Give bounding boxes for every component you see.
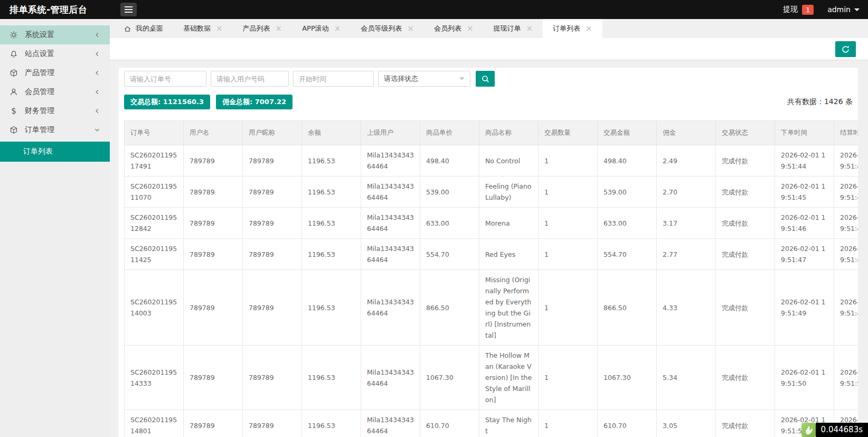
table-cell: 1196.53	[302, 239, 361, 270]
status-select-value: 请选择状态	[384, 74, 418, 83]
withdraw-link[interactable]: 提现	[783, 5, 798, 14]
dollar-icon: $	[10, 107, 18, 115]
table-cell: SC26020119511425	[125, 239, 184, 270]
start-time-input[interactable]	[293, 71, 374, 87]
sidebar-item-member-management[interactable]: 会员管理	[0, 82, 110, 101]
sidebar-item-product-management[interactable]: 产品管理	[0, 63, 110, 82]
close-icon[interactable]: ×	[216, 25, 223, 33]
table-header-cell: 交易金额	[598, 121, 657, 145]
commission-total-chip: 佣金总额: 7007.22	[216, 95, 293, 109]
table-cell: 554.70	[420, 239, 479, 270]
search-button[interactable]	[476, 71, 495, 87]
tab-label: 产品列表	[243, 24, 270, 33]
home-icon	[124, 25, 131, 33]
close-icon[interactable]: ×	[526, 25, 533, 33]
table-cell: 1196.53	[302, 208, 361, 239]
table-cell: Mila1343434364464	[361, 176, 420, 208]
table-row: SC260201195148017897897897891196.53Mila1…	[125, 410, 858, 437]
table-cell: 789789	[184, 176, 243, 208]
user-no-input[interactable]	[211, 71, 289, 87]
table-cell: 1	[539, 176, 598, 208]
summary-row: 交易总额: 1121560.3 佣金总额: 7007.22 共有数据：1426 …	[124, 95, 858, 109]
table-cell: 789789	[243, 208, 302, 239]
close-icon[interactable]: ×	[586, 25, 592, 33]
tab-order-list[interactable]: 订单列表×	[543, 19, 602, 38]
table-cell: SC26020119514003	[125, 270, 184, 346]
table-header-cell: 商品单价	[420, 121, 479, 145]
bell-icon	[10, 50, 18, 58]
thinkphp-trace: 0.044683s	[801, 423, 868, 437]
table-cell: 789789	[243, 145, 302, 176]
table-cell: 2026-02-01 19:51:46	[775, 208, 834, 239]
table-cell: 1196.53	[302, 410, 361, 437]
tab-label: 会员等级列表	[361, 24, 402, 33]
admin-username: admin	[827, 5, 851, 14]
table-header-row: 订单号用户名用户昵称余额上级用户商品单价商品名称交易数量交易金额佣金交易状态下单…	[125, 121, 858, 145]
close-icon[interactable]: ×	[276, 25, 282, 33]
admin-page: 排单系统-管理后台 提现 1 admin 系统设置站点设置产品管理会员管理$财务…	[0, 0, 868, 437]
table-cell: 610.70	[420, 410, 479, 437]
chevron-left-icon	[93, 88, 101, 96]
table-cell: SC26020119512842	[125, 208, 184, 239]
table-header-cell: 佣金	[657, 121, 716, 145]
table-cell: 2026-02-01 19:51:47	[775, 239, 834, 270]
table-row: SC260201195143337897897897891196.53Mila1…	[125, 346, 858, 410]
table-header-cell: 用户名	[184, 121, 243, 145]
chevron-left-icon	[93, 107, 101, 115]
table-cell: 789789	[243, 410, 302, 437]
table-cell: 2026-02-01 19:51:49	[834, 270, 858, 346]
close-icon[interactable]: ×	[407, 25, 414, 33]
table-cell: 1196.53	[302, 270, 361, 346]
table-cell: 789789	[184, 270, 243, 346]
order-no-input[interactable]	[124, 71, 206, 87]
table-row: SC260201195110707897897897891196.53Mila1…	[125, 176, 858, 208]
status-select[interactable]: 请选择状态	[378, 71, 470, 87]
table-cell: 2026-02-01 19:51:50	[834, 346, 858, 410]
content-area: 请选择状态 交易总额: 1121560.3 佣金总额: 7007.22 共有数据…	[110, 60, 868, 437]
close-icon[interactable]: ×	[467, 25, 474, 33]
filter-row: 请选择状态	[124, 71, 858, 87]
table-cell: Mila1343434364464	[361, 239, 420, 270]
tab-withdraw-orders[interactable]: 提现订单×	[483, 19, 543, 38]
table-cell: 866.50	[598, 270, 657, 346]
sidebar-item-site-settings[interactable]: 站点设置	[0, 44, 110, 63]
close-icon[interactable]: ×	[334, 25, 341, 33]
table-cell: 789789	[184, 208, 243, 239]
user-icon	[10, 88, 18, 96]
sidebar-subitem-order-list[interactable]: 订单列表	[0, 142, 110, 162]
table-cell: 1196.53	[302, 145, 361, 176]
hamburger-button[interactable]	[120, 3, 137, 16]
table-cell: 539.00	[420, 176, 479, 208]
tab-member-list[interactable]: 会员列表×	[424, 19, 484, 38]
tab-label: 会员列表	[434, 24, 461, 33]
orders-table: 订单号用户名用户昵称余额上级用户商品单价商品名称交易数量交易金额佣金交易状态下单…	[124, 120, 858, 437]
table-cell: 1067.30	[598, 346, 657, 410]
tab-member-level-list[interactable]: 会员等级列表×	[351, 19, 424, 38]
table-cell: 2026-02-01 19:51:45	[834, 176, 858, 208]
table-cell: 789789	[243, 346, 302, 410]
table-row: SC260201195140037897897897891196.53Mila1…	[125, 270, 858, 346]
sidebar-item-system-settings[interactable]: 系统设置	[0, 25, 110, 44]
tab-app-scroll[interactable]: APP滚动×	[292, 19, 351, 38]
content-panel: 请选择状态 交易总额: 1121560.3 佣金总额: 7007.22 共有数据…	[119, 68, 858, 437]
table-cell: 1067.30	[420, 346, 479, 410]
table-cell: 2026-02-01 19:51:49	[775, 270, 834, 346]
table-cell: 完成付款	[716, 346, 775, 410]
table-cell: SC26020119517491	[125, 145, 184, 176]
tab-product-list[interactable]: 产品列表×	[233, 19, 293, 38]
table-cell: 1	[539, 145, 598, 176]
tab-basic-data[interactable]: 基础数据×	[173, 19, 233, 38]
table-cell: 1	[539, 208, 598, 239]
sidebar-item-finance-management[interactable]: $财务管理	[0, 101, 110, 120]
table-cell: 2026-02-01 19:51:47	[834, 239, 858, 270]
table-cell: 1	[539, 239, 598, 270]
withdraw-badge[interactable]: 1	[802, 5, 814, 15]
thinkphp-logo-icon[interactable]	[801, 423, 816, 437]
tab-my-desktop[interactable]: 我的桌面	[114, 19, 173, 38]
table-cell: 2026-02-01 19:51:46	[834, 208, 858, 239]
refresh-icon	[841, 45, 850, 54]
table-cell: SC26020119514333	[125, 346, 184, 410]
sidebar-item-order-management[interactable]: 订单管理	[0, 120, 110, 140]
refresh-button[interactable]	[835, 41, 856, 57]
admin-menu[interactable]: admin	[827, 5, 860, 14]
